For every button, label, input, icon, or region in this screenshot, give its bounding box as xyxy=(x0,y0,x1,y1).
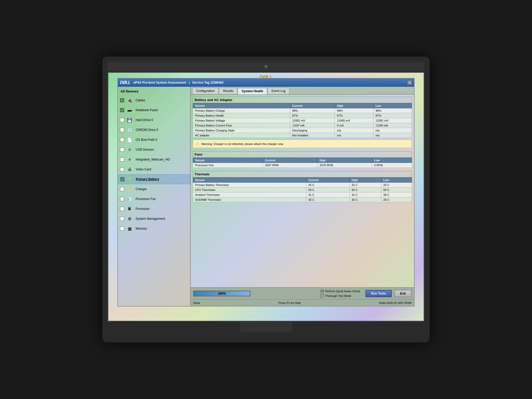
table-row: Primary Battery Current Flow-2187 mA0 mA… xyxy=(193,123,412,128)
cables-checkbox[interactable]: ✓ xyxy=(120,98,124,102)
battery-section-title: Battery and AC Adapter xyxy=(193,97,412,103)
notebook-icon: ▬ xyxy=(126,107,134,113)
webcam-label: Integrated_Webcam_HD xyxy=(136,158,170,161)
app-title: ePSA Pre-boot System Assessment xyxy=(134,81,186,84)
usb-label: USB Devices xyxy=(136,148,154,151)
processor-checkbox[interactable] xyxy=(120,207,124,211)
warning-box: ⚠ Warning: Charger is not detected, plea… xyxy=(193,139,412,148)
table-row: AC adapterNot Installedn/an/a xyxy=(193,133,412,138)
webcam-indicator xyxy=(264,65,268,68)
sidebar-item-webcam[interactable]: ⚛ Integrated_Webcam_HD xyxy=(118,155,190,164)
battery-col-current: Current xyxy=(290,103,335,108)
sidebar-item-harddrive[interactable]: 💾 Hard Drive 0 xyxy=(118,115,190,125)
table-row: Primary Battery Thermistor25 C25 C25 C xyxy=(193,183,412,188)
osboot-label: OS Boot Path 0 xyxy=(136,138,157,142)
tab-configuration[interactable]: Configuration xyxy=(192,88,218,94)
table-row: SODIMM Thermistor30 C30 C28 C xyxy=(193,197,412,202)
table-row: Ambient Thermistor41 C41 C38 C xyxy=(193,192,412,197)
battery-col-high: High xyxy=(335,103,373,108)
osboot-icon: 📄 xyxy=(126,137,134,143)
monitor-stand xyxy=(240,322,292,332)
table-row: Primary Battery Voltage12081 mV12405 mV1… xyxy=(193,118,412,123)
sidebar-header: All Devices xyxy=(118,88,190,94)
battery-label: Primary Battery xyxy=(136,177,159,181)
thermals-table: Sensor Current High Low Primary Battery … xyxy=(193,177,412,202)
service-tag: Service Tag 2Z6M462 xyxy=(192,81,224,84)
title-bar-text: ePSA Pre-boot System Assessment | Servic… xyxy=(134,81,407,84)
videocard-icon: 🖨 xyxy=(126,166,134,172)
progress-wrapper: 100% xyxy=(193,291,250,296)
cdrom-checkbox[interactable] xyxy=(120,128,124,132)
cdrom-label: CDROM Drive 0 xyxy=(136,128,158,132)
webcam-icon: ⚛ xyxy=(126,156,134,163)
sidebar-item-sysmanage[interactable]: ⚙ System Management xyxy=(118,214,190,224)
cables-icon: 🔌 xyxy=(126,97,134,103)
videocard-label: Video Card xyxy=(136,168,151,171)
osboot-checkbox[interactable] xyxy=(120,138,124,142)
processor-label: Processor xyxy=(136,207,150,211)
sidebar-item-osboot[interactable]: 📄 OS Boot Path 0 xyxy=(118,135,190,145)
battery-section: Battery and AC Adapter Sensor Current Hi… xyxy=(193,97,412,148)
processor-fan-checkbox[interactable] xyxy=(120,197,124,201)
battery-checkbox[interactable]: ✓ xyxy=(120,177,124,181)
thorough-test-option: Thorough Test Mode xyxy=(320,294,360,298)
sidebar-item-processor[interactable]: 🖩 Processor xyxy=(118,204,190,214)
table-row: Processor Fan3207 RPM3378 RPM0 RPM xyxy=(193,163,412,168)
sysmanage-checkbox[interactable] xyxy=(120,217,124,221)
quick-audio-option: Perform Quick Audio Check xyxy=(320,289,360,293)
memory-checkbox[interactable] xyxy=(120,227,124,231)
table-row: Primary Battery Health87%87%87% xyxy=(193,113,412,118)
tab-results[interactable]: Results xyxy=(219,88,237,94)
webcam-checkbox[interactable] xyxy=(120,157,124,162)
sidebar-item-notebook[interactable]: ✓ ▬ Notebook Panel xyxy=(118,105,190,115)
harddrive-icon: 💾 xyxy=(126,117,134,123)
thermals-section: Thermals Sensor Current High Low xyxy=(193,171,412,202)
close-button[interactable]: ✕ xyxy=(407,80,412,85)
tab-system-health[interactable]: System Health xyxy=(238,88,267,94)
charger-label: Charger xyxy=(136,187,147,191)
content-area: Battery and AC Adapter Sensor Current Hi… xyxy=(191,95,414,287)
main-content: Configuration Results System Health Even… xyxy=(191,87,414,306)
videocard-checkbox[interactable] xyxy=(120,167,124,171)
table-row: CPU Thermistor59 C60 C50 C xyxy=(193,188,412,192)
sidebar-item-battery[interactable]: ✓ 🔋 Primary Battery xyxy=(118,174,190,184)
bottom-bar: 100% Perform Quick Audio Check Thorough … xyxy=(191,287,414,299)
quick-audio-checkbox[interactable] xyxy=(320,289,324,293)
table-row: Primary Battery Charging StateDischargin… xyxy=(193,128,412,133)
charger-checkbox[interactable] xyxy=(120,187,124,191)
sidebar-item-videocard[interactable]: 🖨 Video Card xyxy=(118,164,190,174)
status-done: Done xyxy=(193,301,200,304)
fans-col-current: Current xyxy=(263,158,317,163)
exit-button[interactable]: Exit xyxy=(394,290,411,297)
harddrive-label: Hard Drive 0 xyxy=(136,118,153,122)
thermals-col-low: Low xyxy=(381,178,412,183)
memory-label: Memory xyxy=(136,227,147,230)
sidebar-item-cdrom[interactable]: 💿 CDROM Drive 0 xyxy=(118,125,190,135)
fans-col-low: Low xyxy=(372,158,412,163)
status-help: Press F1 for Help xyxy=(278,301,301,304)
warning-text: Warning: Charger is not detected, please… xyxy=(201,142,284,145)
thorough-test-checkbox[interactable] xyxy=(320,294,324,298)
sidebar-item-cables[interactable]: ✓ 🔌 Cables xyxy=(118,95,190,105)
battery-col-sensor: Sensor xyxy=(193,103,290,108)
processor-fan-icon: 💨 xyxy=(126,196,134,202)
tab-event-log[interactable]: Event Log xyxy=(268,88,289,94)
fans-section-title: Fans xyxy=(193,151,412,158)
sidebar-item-charger[interactable]: ⚡ Charger xyxy=(118,184,190,194)
charger-icon: ⚡ xyxy=(126,186,134,192)
table-row: Primary Battery Charge98%99%98% xyxy=(193,108,412,113)
fans-col-sensor: Sensor xyxy=(193,158,263,163)
battery-col-low: Low xyxy=(373,103,412,108)
battery-table: Sensor Current High Low Primary Battery … xyxy=(193,103,412,138)
notebook-checkbox[interactable]: ✓ xyxy=(120,108,124,112)
memory-icon: ▦ xyxy=(126,225,134,232)
usb-checkbox[interactable] xyxy=(120,148,124,152)
sysmanage-icon: ⚙ xyxy=(126,216,134,222)
sidebar-item-processor-fan[interactable]: 💨 Processor Fan xyxy=(118,194,190,204)
run-tests-button[interactable]: Run Tests xyxy=(365,290,392,297)
harddrive-checkbox[interactable] xyxy=(120,118,124,122)
tabs: Configuration Results System Health Even… xyxy=(191,87,414,95)
sidebar-item-memory[interactable]: ▦ Memory xyxy=(118,224,190,234)
monitor-base xyxy=(221,332,311,337)
sidebar-item-usb[interactable]: ⚛ USB Devices xyxy=(118,145,190,155)
